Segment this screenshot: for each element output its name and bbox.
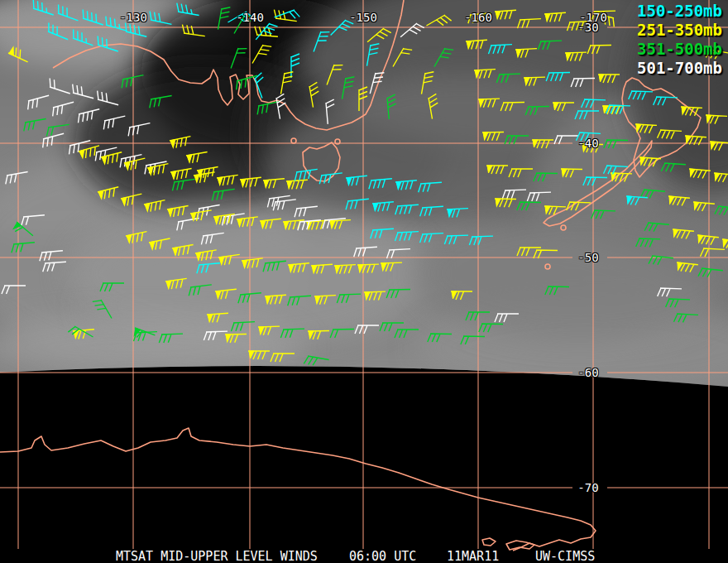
coastline-antarctica-inlet	[506, 541, 534, 550]
coastline-antarctica-coast	[0, 428, 596, 551]
satellite-wind-analysis: -130-140-150-160-170-30-40-50-60-70 150-…	[0, 0, 728, 563]
coastline-small-island-south	[482, 538, 496, 546]
cloud-field	[0, 0, 728, 397]
satellite-scene	[0, 0, 728, 563]
satellite-imagery	[0, 0, 728, 397]
